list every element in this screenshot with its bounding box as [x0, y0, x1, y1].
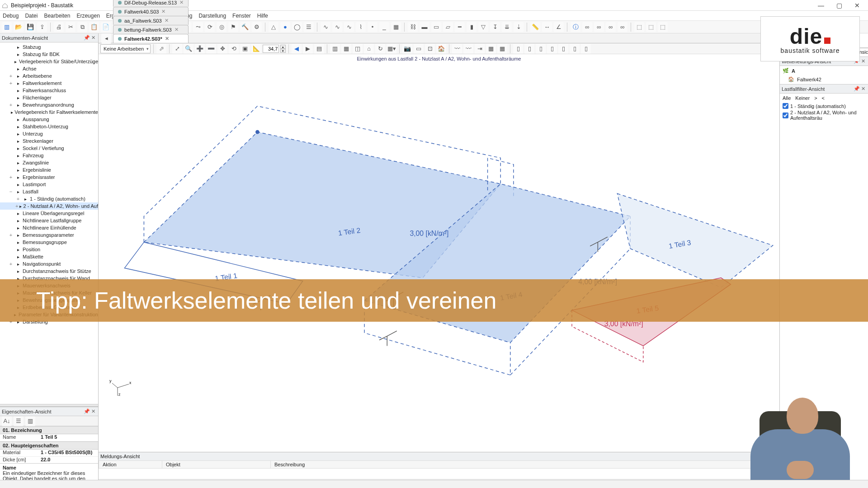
workplane-combo[interactable]: Keine Arbeitseben: [100, 44, 151, 53]
sort-az-icon[interactable]: A↓: [2, 416, 12, 426]
doc-icon[interactable]: 📄: [101, 22, 111, 32]
tree-item[interactable]: +▸Bemessungsparameter: [0, 231, 98, 239]
zoom-down-button[interactable]: ▾: [280, 49, 286, 53]
tree-item[interactable]: ▸Fahrzeug: [0, 152, 98, 159]
rotate-icon[interactable]: ↻: [375, 44, 385, 54]
expand-icon[interactable]: +: [8, 73, 14, 79]
link3-icon[interactable]: ∞: [606, 22, 616, 32]
dimension-icon[interactable]: ↔: [542, 22, 552, 32]
zoom-in-icon[interactable]: ➕: [195, 44, 205, 54]
tree-item[interactable]: +▸Bewehrungsanordnung: [0, 101, 98, 108]
opening-icon[interactable]: ▭: [431, 22, 441, 32]
zoom-extents-icon[interactable]: ⤢: [172, 44, 182, 54]
stream5-icon[interactable]: ▦: [497, 44, 507, 54]
open-icon[interactable]: 📂: [14, 22, 24, 32]
pointer-icon[interactable]: ⬀: [156, 44, 166, 54]
panel1-icon[interactable]: ▯: [513, 44, 523, 54]
circle-icon[interactable]: ●: [280, 22, 290, 32]
tree-item[interactable]: ▸Stahlbeton-Unterzug: [0, 123, 98, 130]
viewport[interactable]: Einwirkungen aus Lastfall 2 - Nutzlast A…: [99, 54, 779, 452]
pin-icon[interactable]: 📌: [84, 35, 90, 41]
tree-item[interactable]: ▸Lastimport: [0, 181, 98, 188]
tree-item[interactable]: ▸Achse: [0, 65, 98, 72]
lc-filter-keiner[interactable]: Keiner: [795, 95, 810, 101]
column-icon[interactable]: ▮: [467, 22, 476, 32]
step-icon[interactable]: ⤳: [193, 22, 203, 32]
expand-icon[interactable]: +: [8, 102, 14, 108]
pin-icon[interactable]: 📌: [84, 408, 90, 414]
close-panel-icon[interactable]: ✕: [860, 58, 866, 64]
document-tab[interactable]: aa_Faltwerk.S03✕: [113, 16, 189, 25]
prop-category-2[interactable]: 02. Haupteigenschaften: [0, 441, 98, 450]
menu-debug[interactable]: Debug: [3, 13, 19, 19]
link1-icon[interactable]: ∞: [582, 22, 592, 32]
node-icon[interactable]: •: [368, 22, 377, 32]
stream4-icon[interactable]: ▦: [486, 44, 496, 54]
print-icon[interactable]: 🖨: [54, 22, 64, 32]
tree-item[interactable]: ▸Durchstanznachweis für Stütze: [0, 267, 98, 275]
tab-close-icon[interactable]: ✕: [161, 9, 165, 14]
slab-icon[interactable]: ▱: [443, 22, 453, 32]
lc-label-1[interactable]: 1 - Ständig (automatisch): [790, 103, 846, 109]
panel6-icon[interactable]: ▯: [570, 44, 580, 54]
clip-icon[interactable]: ⊡: [425, 44, 435, 54]
expand-icon[interactable]: −: [8, 189, 14, 194]
tree-item[interactable]: +▸Arbeitsebene: [0, 72, 98, 80]
snapshot-icon[interactable]: 📷: [402, 44, 412, 54]
document-tab[interactable]: Faltwerk42.S03*✕: [113, 34, 189, 43]
close-panel-icon[interactable]: ✕: [90, 35, 96, 41]
view-3d-icon[interactable]: ◫: [353, 44, 363, 54]
house-icon[interactable]: 🏠: [436, 44, 446, 54]
close-panel-icon[interactable]: ✕: [860, 86, 866, 92]
tree-item[interactable]: ▸Nichtlineare Einhüllende: [0, 224, 98, 231]
curve1-icon[interactable]: ∿: [321, 22, 330, 32]
nav-fwd-icon[interactable]: ▶: [303, 44, 313, 54]
expand-icon[interactable]: +: [8, 232, 14, 238]
menu-erzeugen[interactable]: Erzeugen: [76, 13, 99, 19]
link4-icon[interactable]: ∞: [618, 22, 627, 32]
panel5-icon[interactable]: ▯: [558, 44, 568, 54]
support-icon[interactable]: ▽: [478, 22, 488, 32]
tree-item[interactable]: ▸Nichtlineare Lastfallgruppe: [0, 217, 98, 224]
tree-item[interactable]: ▸Zwangslinie: [0, 159, 98, 166]
document-tab[interactable]: bettung-Faltwerk.S03✕: [113, 25, 189, 34]
curve2-icon[interactable]: ∿: [332, 22, 342, 32]
lc-check-2[interactable]: [783, 113, 788, 118]
zoom-out-icon[interactable]: ➖: [206, 44, 216, 54]
triangle-icon[interactable]: △: [269, 22, 278, 32]
panel3-icon[interactable]: ▯: [536, 44, 546, 54]
ruler-icon[interactable]: 📏: [530, 22, 540, 32]
tab-close-icon[interactable]: ✕: [179, 0, 184, 5]
tree-item[interactable]: ▸Verlegebereich für Stäbe/Unterzüge: [0, 58, 98, 65]
tree-item[interactable]: ▸Aussparung: [0, 116, 98, 123]
msg-col-objekt[interactable]: Objekt: [162, 461, 271, 469]
stream2-icon[interactable]: 〰: [463, 44, 473, 54]
tab-close-icon[interactable]: ✕: [165, 18, 169, 23]
expand-icon[interactable]: +: [8, 174, 14, 180]
minimize-button[interactable]: —: [812, 2, 830, 9]
curve3-icon[interactable]: ∿: [344, 22, 354, 32]
pan-icon[interactable]: ✥: [217, 44, 227, 54]
tree-item[interactable]: ▸Stabzug: [0, 43, 98, 51]
maximize-button[interactable]: ▢: [830, 2, 848, 9]
expand-icon[interactable]: +: [15, 196, 21, 202]
fwd-item[interactable]: Faltwerk42: [797, 77, 821, 82]
tree-item[interactable]: ▸Faltwerksanschluss: [0, 87, 98, 94]
close-button[interactable]: ✕: [848, 2, 866, 9]
tree-item[interactable]: ▸Bemessungsgruppe: [0, 239, 98, 246]
menu-datei[interactable]: Datei: [25, 13, 38, 19]
layers-icon[interactable]: ☰: [304, 22, 314, 32]
zoom-input[interactable]: [263, 45, 279, 53]
expand-icon[interactable]: +: [8, 261, 14, 267]
select3-icon[interactable]: ⬚: [658, 22, 668, 32]
refresh-icon[interactable]: ⟳: [205, 22, 215, 32]
tree-item[interactable]: ▸Unterzug: [0, 130, 98, 137]
panel2-icon[interactable]: ▯: [524, 44, 534, 54]
view-plan-icon[interactable]: ▦: [341, 44, 351, 54]
prop-val-dicke[interactable]: 22.0: [41, 457, 98, 463]
sphere-icon[interactable]: ◯: [292, 22, 302, 32]
tree-item[interactable]: +▸Ergebnisraster: [0, 174, 98, 181]
document-tab[interactable]: Faltwerk40.S03✕: [113, 7, 189, 16]
panel7-icon[interactable]: ▯: [581, 44, 591, 54]
export-icon[interactable]: ⇪: [37, 22, 47, 32]
